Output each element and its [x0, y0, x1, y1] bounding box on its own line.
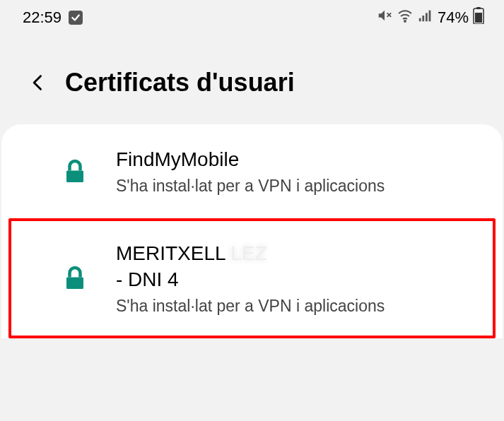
status-left: 22:59	[23, 8, 83, 27]
svg-rect-5	[426, 13, 428, 21]
page-header: Certificats d'usuari	[0, 32, 504, 119]
lock-icon	[62, 266, 88, 291]
svg-rect-4	[422, 16, 424, 21]
status-bar: 22:59 74%	[0, 0, 504, 32]
lock-icon	[62, 159, 88, 184]
status-time: 22:59	[23, 8, 61, 27]
svg-point-2	[404, 20, 406, 22]
certificate-text: MERITXELL LEZ - DNI 4 S'ha instal·lat pe…	[116, 241, 470, 316]
certificate-title: FindMyMobile	[116, 147, 470, 172]
certificate-item[interactable]: MERITXELL LEZ - DNI 4 S'ha instal·lat pe…	[8, 218, 496, 338]
svg-rect-9	[475, 13, 482, 23]
signal-icon	[418, 8, 433, 28]
back-button[interactable]	[28, 73, 48, 93]
certificates-list: FindMyMobile S'ha instal·lat per a VPN i…	[1, 124, 503, 338]
certificate-title: MERITXELL LEZ - DNI 4	[116, 241, 470, 292]
certificate-text: FindMyMobile S'ha instal·lat per a VPN i…	[116, 147, 470, 196]
battery-icon	[473, 7, 484, 28]
status-right: 74%	[377, 7, 484, 28]
certificate-subtitle: S'ha instal·lat per a VPN i aplicacions	[116, 297, 470, 316]
page-title: Certificats d'usuari	[65, 68, 295, 97]
battery-text: 74%	[438, 8, 469, 27]
wifi-icon	[397, 7, 414, 28]
certificate-item[interactable]: FindMyMobile S'ha instal·lat per a VPN i…	[8, 124, 496, 218]
svg-rect-10	[66, 170, 83, 182]
svg-rect-11	[66, 278, 83, 290]
certificate-subtitle: S'ha instal·lat per a VPN i aplicacions	[116, 177, 470, 196]
status-check-icon	[69, 11, 83, 25]
svg-rect-6	[429, 11, 431, 22]
mute-icon	[377, 8, 392, 28]
svg-rect-3	[419, 18, 421, 22]
